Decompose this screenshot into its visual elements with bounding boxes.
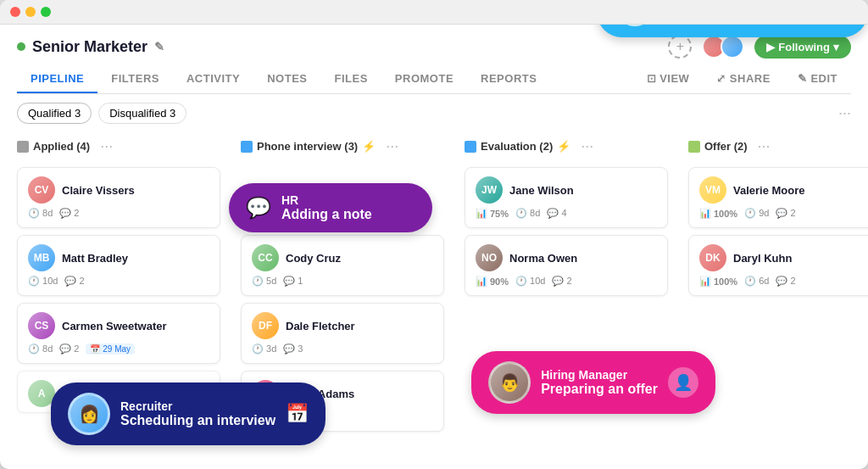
score-75: 📊75% — [476, 208, 509, 219]
disqualified-label: Disqualified 3 — [109, 107, 175, 120]
time-meta: 🕐 9d — [744, 208, 769, 219]
time-meta: 🕐 8d — [28, 343, 53, 355]
card-meta: 🕐 3d 💬 3 — [252, 343, 433, 355]
card-dale-fletcher[interactable]: DF Dale Fletcher 🕐 3d 💬 3 — [241, 303, 444, 364]
filter-tags: Qualified 3 Disqualified 3 — [17, 103, 186, 124]
card-matt-bradley[interactable]: MB Matt Bradley 🕐 10d 💬 2 — [17, 235, 220, 296]
card-daryl-kuhn[interactable]: DK Daryl Kuhn 📊100% 🕐 6d 💬 2 — [688, 235, 868, 296]
norma-name: Norma Owen — [509, 252, 577, 265]
filter-qualified[interactable]: Qualified 3 — [17, 103, 92, 124]
titlebar — [0, 0, 868, 25]
time-meta: 🕐 3d — [252, 343, 276, 355]
recruiter-action: Scheduling an interview — [120, 413, 275, 428]
share-button[interactable]: ⤢ SHARE — [703, 65, 784, 93]
card-meta: 📊90% 🕐 10d 💬 2 — [476, 276, 657, 287]
score-100b: 📊100% — [699, 276, 737, 287]
phone-more-icon[interactable]: ··· — [386, 137, 398, 155]
col-header-applied: Applied (4) ··· — [17, 132, 220, 160]
view-button[interactable]: ⊡ VIEW — [633, 65, 704, 93]
time-meta: 🕐 10d — [28, 276, 58, 287]
comment-meta: 💬 4 — [547, 208, 566, 219]
eval-more-icon[interactable]: ··· — [581, 137, 593, 155]
comment-meta: 💬 2 — [776, 208, 795, 219]
status-dot — [17, 42, 25, 51]
phone-title: Phone interview (3) — [257, 140, 358, 153]
tab-promote[interactable]: PROMOTE — [381, 65, 467, 93]
score-icon: 📊 — [699, 208, 711, 219]
cody-avatar: CC — [252, 244, 279, 271]
maximize-dot[interactable] — [41, 7, 51, 17]
tab-files[interactable]: FILES — [320, 65, 381, 93]
add-person-icon: 👤 — [668, 367, 698, 398]
tab-notes[interactable]: NOTES — [253, 65, 320, 93]
filter-disqualified[interactable]: Disqualified 3 — [98, 103, 186, 124]
daryl-avatar: DK — [699, 244, 726, 271]
card-carmen-sweetwater[interactable]: CS Carmen Sweetwater 🕐 8d 💬 2 📅 29 May — [17, 303, 220, 364]
filter-toolbar: Qualified 3 Disqualified 3 👩 Director Sh… — [0, 94, 868, 132]
card-jane-wilson[interactable]: JW Jane Wilson 📊75% 🕐 8d 💬 4 — [465, 167, 668, 228]
share-icon: ⤢ — [716, 72, 726, 85]
bubble-hr: 💬 HR Adding a note — [229, 183, 432, 232]
edit-button[interactable]: ✎ EDIT — [784, 65, 851, 93]
score-icon: 📊 — [699, 276, 711, 287]
main-content: Senior Marketer ✎ + ▶ Following ▾ — [0, 25, 868, 469]
card-name: CC Cody Cruz — [252, 244, 433, 271]
view-label: VIEW — [659, 72, 689, 85]
director-bubble-text: Director Sharing a job on social media — [666, 25, 822, 27]
card-valerie-moore[interactable]: VM Valerie Moore 📊100% 🕐 9d 💬 2 — [688, 167, 868, 228]
avatar-2 — [721, 35, 744, 59]
more-options-icon[interactable]: ··· — [838, 104, 851, 122]
matt-avatar: MB — [28, 244, 55, 271]
claire-avatar: CV — [28, 176, 55, 204]
tab-reports[interactable]: REPORTS — [467, 65, 550, 93]
hiring-manager-avatar: 👨 — [488, 361, 531, 404]
add-button[interactable]: + — [668, 35, 692, 59]
applied-title: Applied (4) — [33, 140, 90, 153]
score-icon: 📊 — [476, 208, 487, 219]
comment-meta: 💬 1 — [283, 276, 303, 287]
card-name: NO Norma Owen — [476, 244, 657, 271]
card-claire-vissers[interactable]: CV Claire Vissers 🕐 8d 💬 2 — [17, 167, 220, 228]
edit-title-icon[interactable]: ✎ — [154, 40, 164, 53]
valerie-name: Valerie Moore — [733, 184, 805, 197]
bubble-hiring-manager: 👨 Hiring Manager Preparing an offer 👤 — [471, 351, 715, 414]
time-meta: 🕐 5d — [252, 276, 276, 287]
bubble-recruiter: 👩 Recruiter Scheduling an interview 📅 — [51, 382, 326, 445]
cody-name: Cody Cruz — [286, 252, 341, 265]
lightning-icon: ⚡ — [362, 140, 376, 153]
minimize-dot[interactable] — [25, 7, 36, 17]
offer-color-indicator — [688, 141, 700, 153]
score-100: 📊100% — [699, 208, 737, 219]
evaluation-title: Evaluation (2) — [481, 140, 553, 153]
card-meta: 🕐 5d 💬 1 — [252, 276, 433, 287]
bubble-director: 👩 Director Sharing a job on social media… — [597, 25, 868, 37]
dale-name: Dale Fletcher — [286, 320, 355, 332]
nav-tabs: PIPELINE FILTERS ACTIVITY NOTES FILES PR… — [17, 65, 851, 94]
jane-avatar: JW — [476, 176, 503, 204]
recruiter-avatar: 👩 — [68, 393, 110, 435]
card-norma-owen[interactable]: NO Norma Owen 📊90% 🕐 10d 💬 2 — [465, 235, 668, 296]
column-offer: Offer (2) ··· VM Valerie Moore 📊100% 🕐 9… — [688, 132, 868, 461]
comment-meta: 💬 2 — [64, 276, 84, 287]
close-dot[interactable] — [10, 7, 20, 17]
qualified-label: Qualified 3 — [28, 107, 81, 120]
applied-more-icon[interactable]: ··· — [100, 137, 113, 155]
following-button[interactable]: ▶ Following ▾ — [754, 36, 851, 59]
offer-more-icon[interactable]: ··· — [758, 137, 771, 155]
director-avatar: 👩 — [614, 25, 656, 26]
card-name: DK Daryl Kuhn — [699, 244, 868, 271]
col-header-offer: Offer (2) ··· — [688, 132, 868, 160]
tab-filters[interactable]: FILTERS — [97, 65, 173, 93]
pencil-icon: ✎ — [798, 72, 808, 85]
lightning-icon-2: ⚡ — [557, 140, 570, 153]
title-row: Senior Marketer ✎ + ▶ Following ▾ — [17, 35, 851, 59]
hiring-manager-bubble-text: Hiring Manager Preparing an offer — [541, 368, 658, 397]
comment-meta: 💬 2 — [552, 276, 571, 287]
tab-pipeline[interactable]: PIPELINE — [17, 65, 97, 93]
offer-title: Offer (2) — [704, 140, 748, 153]
card-name: MB Matt Bradley — [28, 244, 209, 271]
comment-meta: 💬 3 — [283, 343, 303, 355]
tab-activity[interactable]: ACTIVITY — [173, 65, 253, 93]
card-cody-cruz[interactable]: CC Cody Cruz 🕐 5d 💬 1 — [241, 235, 444, 296]
card-name: JW Jane Wilson — [476, 176, 657, 204]
